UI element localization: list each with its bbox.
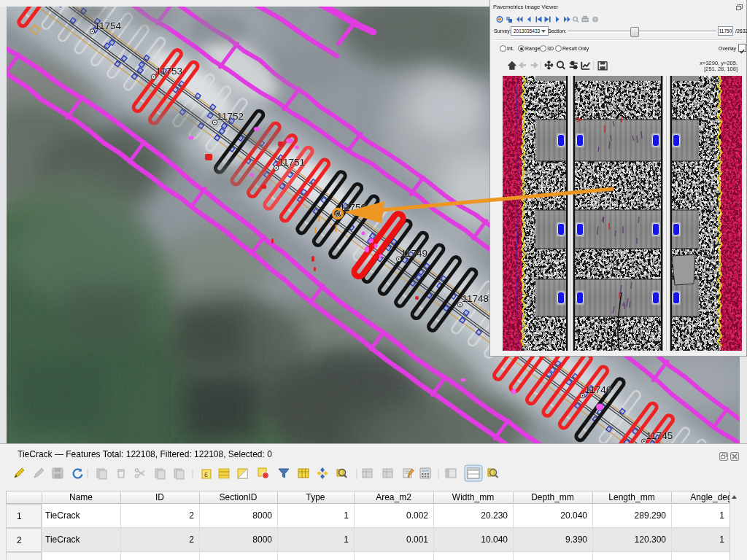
svg-text:11753: 11753	[156, 66, 183, 77]
svg-text:11745: 11745	[646, 430, 673, 441]
svg-text:11746: 11746	[585, 384, 612, 395]
svg-text:ε: ε	[204, 470, 208, 478]
svg-text:11750: 11750	[340, 202, 367, 213]
svg-text:11754: 11754	[95, 20, 122, 31]
svg-text:11752: 11752	[217, 111, 244, 122]
svg-text:11749: 11749	[401, 248, 428, 259]
svg-text:11748: 11748	[462, 293, 489, 304]
svg-text:11751: 11751	[279, 157, 306, 168]
